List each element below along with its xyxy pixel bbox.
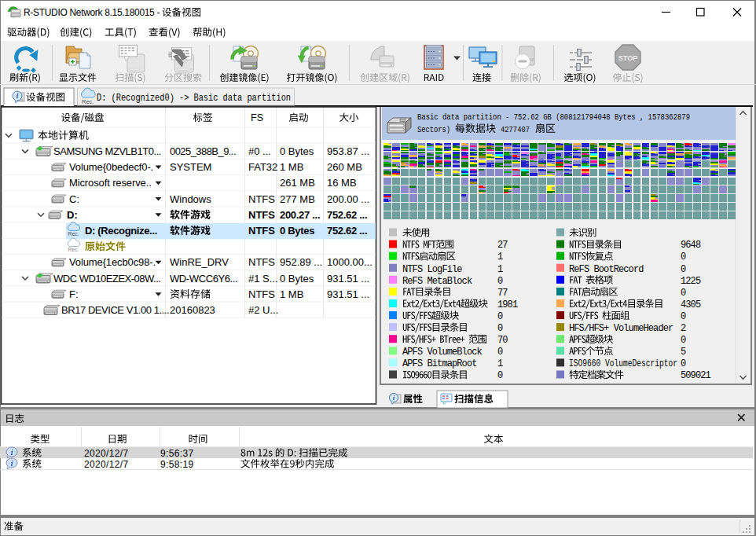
- svg-text:FS: FS: [251, 112, 263, 123]
- svg-text:ReFS BootRecord: ReFS BootRecord: [569, 264, 644, 275]
- svg-text:77: 77: [497, 288, 508, 299]
- svg-text:16 MB: 16 MB: [327, 177, 357, 189]
- svg-text:9:56:37: 9:56:37: [160, 448, 194, 459]
- svg-text:200.00 ...: 200.00 ...: [327, 193, 369, 205]
- svg-text:0 Bytes: 0 Bytes: [280, 225, 314, 237]
- svg-text:HFS/HFS+ VolumeHeader: HFS/HFS+ VolumeHeader: [569, 323, 673, 334]
- svg-text:200.27 ...: 200.27 ...: [280, 209, 320, 221]
- svg-text:0: 0: [497, 276, 503, 287]
- svg-text:#2 U...: #2 U...: [248, 304, 278, 316]
- svg-text:0: 0: [681, 311, 686, 322]
- svg-text:NTFS: NTFS: [248, 256, 275, 268]
- svg-text:5: 5: [681, 347, 686, 358]
- svg-text:4277407: 4277407: [501, 125, 530, 134]
- svg-text:ReFS MetaBlock: ReFS MetaBlock: [402, 276, 472, 287]
- svg-text:509021: 509021: [681, 370, 711, 381]
- svg-text:2020/12/7: 2020/12/7: [84, 448, 129, 459]
- svg-text:952.89 ...: 952.89 ...: [280, 256, 322, 268]
- svg-text:SYSTEM: SYSTEM: [170, 161, 211, 173]
- svg-text:D:: D:: [67, 209, 78, 221]
- svg-text:0: 0: [497, 370, 503, 381]
- svg-text:Microsoft reserve..: Microsoft reserve..: [69, 177, 152, 189]
- svg-text:752.62 ...: 752.62 ...: [327, 209, 367, 221]
- svg-text:WinRE_DRV: WinRE_DRV: [170, 256, 229, 268]
- svg-text:0: 0: [681, 335, 686, 346]
- svg-text:D: (Recognize...: D: (Recognize...: [85, 225, 157, 237]
- svg-text:i: i: [17, 92, 19, 100]
- svg-text:Basic data partition - 752.62: Basic data partition - 752.62 GB (808121…: [417, 112, 690, 122]
- svg-text:752.62 ...: 752.62 ...: [327, 225, 367, 237]
- svg-text:STOP: STOP: [618, 54, 637, 62]
- svg-text:0: 0: [497, 311, 503, 322]
- svg-text:1000.00...: 1000.00...: [327, 256, 372, 268]
- svg-text:BR17 DEVICE V1.00 1....: BR17 DEVICE V1.00 1....: [61, 304, 169, 316]
- svg-text:1: 1: [497, 251, 503, 262]
- svg-text:Windows: Windows: [170, 193, 211, 205]
- svg-text:9648: 9648: [681, 240, 701, 251]
- svg-text:i: i: [11, 449, 13, 457]
- svg-text:20160823: 20160823: [170, 304, 215, 316]
- svg-text:WD-WCC6Y6...: WD-WCC6Y6...: [170, 273, 237, 285]
- svg-text:1 MB: 1 MB: [280, 161, 303, 173]
- svg-text:277 MB: 277 MB: [280, 193, 315, 205]
- svg-text:2020/12/7: 2020/12/7: [84, 459, 129, 470]
- svg-text:NTFS LogFile: NTFS LogFile: [402, 264, 462, 275]
- svg-text:NTFS: NTFS: [248, 193, 275, 205]
- svg-text:R-STUDIO Network 8.15.180015 -: R-STUDIO Network 8.15.180015 -: [24, 7, 162, 18]
- svg-text:261 MB: 261 MB: [280, 177, 315, 189]
- svg-text:2: 2: [681, 323, 686, 334]
- svg-text:D: (Recognized0) -> Basic data: D: (Recognized0) -> Basic data partition: [97, 93, 291, 104]
- svg-text:Rec.: Rec.: [68, 247, 79, 252]
- svg-text:0025_388B_9...: 0025_388B_9...: [170, 145, 236, 157]
- svg-text:0 Bytes: 0 Bytes: [280, 273, 314, 285]
- svg-text:1 MB: 1 MB: [280, 288, 303, 300]
- svg-text:1225: 1225: [681, 276, 701, 287]
- svg-text:NTFS: NTFS: [248, 288, 275, 300]
- svg-text:FAT32: FAT32: [248, 161, 277, 173]
- svg-text:ISO9660 VolumeDescriptor: ISO9660 VolumeDescriptor: [569, 358, 677, 369]
- svg-text:931.51 ...: 931.51 ...: [327, 288, 369, 300]
- svg-text:0: 0: [681, 264, 686, 275]
- svg-text:0: 0: [681, 251, 686, 262]
- svg-text:Volume{0bedecf0-.: Volume{0bedecf0-.: [69, 161, 153, 173]
- svg-text:i: i: [11, 460, 13, 468]
- svg-text:Sectors): Sectors): [417, 125, 450, 134]
- svg-text:#0 ...: #0 ...: [248, 145, 271, 157]
- svg-text:APFS VolumeBlock: APFS VolumeBlock: [402, 347, 483, 358]
- svg-text:0: 0: [497, 347, 503, 358]
- svg-text:WDC WD10EZEX-08W...: WDC WD10EZEX-08W...: [53, 273, 160, 285]
- svg-text:1981: 1981: [497, 299, 518, 310]
- svg-text:260 MB: 260 MB: [327, 161, 362, 173]
- svg-text:0: 0: [497, 323, 503, 334]
- svg-text:NTFS: NTFS: [248, 209, 275, 221]
- svg-text:1: 1: [497, 264, 503, 275]
- svg-text:NTFS: NTFS: [248, 225, 275, 237]
- svg-text:4305: 4305: [681, 299, 701, 310]
- svg-text:953.87 ...: 953.87 ...: [327, 145, 369, 157]
- svg-text:F:: F:: [69, 288, 79, 300]
- svg-text:Volume{1ecb0c98-.: Volume{1ecb0c98-.: [69, 256, 156, 268]
- svg-text:Rec.: Rec.: [68, 231, 79, 237]
- svg-text:931.51 ...: 931.51 ...: [327, 273, 369, 285]
- svg-text:70: 70: [497, 335, 508, 346]
- svg-text:9:58:19: 9:58:19: [160, 459, 194, 470]
- svg-text:1: 1: [497, 358, 503, 369]
- svg-text:0 Bytes: 0 Bytes: [280, 145, 314, 157]
- svg-text:APFS BitmapRoot: APFS BitmapRoot: [402, 358, 477, 369]
- svg-text:C:: C:: [69, 193, 79, 205]
- svg-text:#1 S...: #1 S...: [248, 273, 278, 285]
- svg-text:27: 27: [497, 240, 508, 251]
- svg-text:0: 0: [681, 288, 686, 299]
- svg-text:0: 0: [681, 358, 686, 369]
- svg-text:Rec.: Rec.: [82, 98, 94, 105]
- svg-text:SAMSUNG MZVLB1T0...: SAMSUNG MZVLB1T0...: [53, 145, 161, 157]
